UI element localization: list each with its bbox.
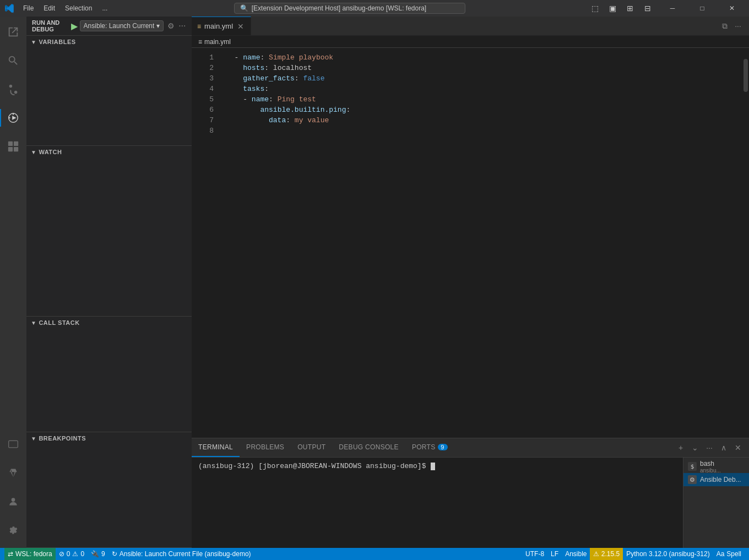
status-line-ending[interactable]: LF xyxy=(547,548,562,560)
ansible-session-label: Ansible Deb... xyxy=(700,476,741,483)
ansible-session-info: Ansible Deb... xyxy=(700,476,741,483)
search-icon: 🔍 xyxy=(240,4,248,12)
activity-settings[interactable] xyxy=(0,517,26,543)
run-more-btn[interactable]: ··· xyxy=(178,20,186,32)
activity-explorer[interactable] xyxy=(0,19,26,45)
code-content[interactable]: - name: Simple playbook hosts: localhost… xyxy=(219,48,742,438)
terminal-session-bash[interactable]: $ bash ansibu... xyxy=(683,460,749,473)
status-encoding[interactable]: UTF-8 xyxy=(522,548,547,560)
status-launch-label: Ansible: Launch Current File (ansibug-de… xyxy=(120,550,251,558)
editor-scrollbar[interactable] xyxy=(742,48,749,438)
watch-section-header[interactable]: ▼ WATCH xyxy=(26,146,192,158)
status-connections[interactable]: 🔌 9 xyxy=(88,548,108,560)
vscode-logo-icon xyxy=(4,3,14,13)
tab-ports[interactable]: PORTS 9 xyxy=(405,438,454,457)
status-warning-count: 0 xyxy=(80,550,84,558)
yaml-file-icon: ≡ xyxy=(197,23,201,30)
activity-account[interactable] xyxy=(0,488,26,515)
sidebar: RUN AND DEBUG ▶ Ansible: Launch Current … xyxy=(26,17,192,548)
editor-tab-actions: ⧉ ··· xyxy=(718,17,749,35)
bash-session-label: bash xyxy=(700,460,721,467)
ansible-session-icon: ⚙ xyxy=(688,475,697,484)
menu-file[interactable]: File xyxy=(19,3,38,14)
breakpoints-label: BREAKPOINTS xyxy=(39,435,86,442)
status-error-count: 0 xyxy=(67,550,70,558)
split-editor-btn[interactable]: ⧉ xyxy=(718,19,731,32)
titlebar-search-area: 🔍 [Extension Development Host] ansibug-d… xyxy=(116,3,583,14)
line-num-8: 8 xyxy=(192,126,214,136)
titlebar: File Edit Selection ... 🔍 [Extension Dev… xyxy=(0,0,749,17)
tab-debug-console[interactable]: DEBUG CONSOLE xyxy=(332,438,405,457)
window-close-btn[interactable]: ✕ xyxy=(719,0,745,17)
menu-edit[interactable]: Edit xyxy=(39,3,59,14)
menu-more[interactable]: ... xyxy=(97,3,112,14)
run-settings-btn[interactable]: ⚙ xyxy=(167,20,175,32)
window-restore-btn[interactable]: □ xyxy=(690,0,715,17)
layout-btn-2[interactable]: ▣ xyxy=(605,2,620,14)
breakpoints-section-header[interactable]: ▼ BREAKPOINTS xyxy=(26,432,192,444)
panel-maximize-btn[interactable]: ∧ xyxy=(717,441,730,454)
activity-source-control[interactable] xyxy=(0,76,26,102)
editor-more-btn[interactable]: ··· xyxy=(731,19,745,32)
editor-wrapper: ≡ main.yml 1 2 3 4 5 6 7 8 - xyxy=(192,36,749,438)
tab-main-yml[interactable]: ≡ main.yml ✕ xyxy=(192,17,251,35)
status-spell[interactable]: Aa Spell xyxy=(713,548,745,560)
watch-label: WATCH xyxy=(39,149,62,155)
status-spell-label: Spell xyxy=(726,550,741,558)
activity-search[interactable] xyxy=(0,47,26,74)
layout-btn-3[interactable]: ⊞ xyxy=(622,2,638,14)
tab-problems[interactable]: PROBLEMS xyxy=(240,438,291,457)
panel-actions: + ⌄ ··· ∧ ✕ xyxy=(674,438,749,457)
callstack-section-header[interactable]: ▼ CALL STACK xyxy=(26,317,192,329)
connections-icon: 🔌 xyxy=(91,550,99,558)
bash-session-sublabel: ansibu... xyxy=(700,467,721,474)
line-num-2: 2 xyxy=(192,63,214,73)
chevron-down-icon: ▾ xyxy=(156,22,160,30)
activity-testing[interactable] xyxy=(0,460,26,486)
layout-btn-4[interactable]: ⊟ xyxy=(640,2,655,14)
variables-content xyxy=(26,48,192,59)
activity-bar-bottom xyxy=(0,431,26,548)
breakpoints-content xyxy=(26,444,192,455)
titlebar-search-box[interactable]: 🔍 [Extension Development Host] ansibug-d… xyxy=(234,3,465,14)
activity-run-debug[interactable] xyxy=(0,105,26,131)
status-wsl[interactable]: ⇄ WSL: fedora xyxy=(4,548,56,560)
terminal-area[interactable]: (ansibug-312) [jborean@JBOREAN-WINDOWS a… xyxy=(192,458,683,548)
terminal-sessions-panel: $ bash ansibu... ⚙ Ansible Deb... xyxy=(683,458,749,548)
status-errors[interactable]: ⊘ 0 ⚠ 0 xyxy=(56,548,88,560)
editor-breadcrumb: ≡ main.yml xyxy=(192,36,749,48)
window-minimize-btn[interactable]: ─ xyxy=(660,0,685,17)
status-launch[interactable]: ↻ Ansible: Launch Current File (ansibug-… xyxy=(108,548,254,560)
line-num-3: 3 xyxy=(192,73,214,84)
panel-close-btn[interactable]: ✕ xyxy=(731,441,745,454)
main-area: RUN AND DEBUG ▶ Ansible: Launch Current … xyxy=(0,17,749,548)
variables-section-header[interactable]: ▼ VARIABLES xyxy=(26,36,192,48)
editor-and-panel: ≡ main.yml ✕ ⧉ ··· ≡ main.yml 1 xyxy=(192,17,749,548)
activity-extensions[interactable] xyxy=(0,133,26,160)
run-button[interactable]: ▶ xyxy=(71,21,78,31)
menu-selection[interactable]: Selection xyxy=(61,3,96,14)
panel-more-btn[interactable]: ··· xyxy=(703,441,716,454)
watch-section: ▼ WATCH xyxy=(26,146,192,317)
editor-tabs: ≡ main.yml ✕ ⧉ ··· xyxy=(192,17,749,36)
status-language[interactable]: Ansible xyxy=(562,548,590,560)
layout-btn-1[interactable]: ⬚ xyxy=(587,2,603,14)
callstack-label: CALL STACK xyxy=(39,319,79,326)
new-terminal-btn[interactable]: + xyxy=(674,441,687,454)
status-python[interactable]: Python 3.12.0 (ansibug-312) xyxy=(623,548,713,560)
activity-remote[interactable] xyxy=(0,431,26,458)
tab-terminal[interactable]: TERMINAL xyxy=(192,438,240,457)
right-panel: ≡ main.yml ✕ ⧉ ··· ≡ main.yml 1 xyxy=(192,17,749,548)
breadcrumb-file-icon: ≡ xyxy=(198,38,202,46)
terminal-session-ansible[interactable]: ⚙ Ansible Deb... xyxy=(683,473,749,486)
warning-icon: ⚠ xyxy=(72,550,78,558)
terminal-split-btn[interactable]: ⌄ xyxy=(688,441,702,454)
code-line-5: - name: Ping test xyxy=(226,94,736,105)
status-version[interactable]: ⚠ 2.15.5 xyxy=(590,548,623,560)
tab-output[interactable]: OUTPUT xyxy=(291,438,332,457)
code-area[interactable]: 1 2 3 4 5 6 7 8 - name: Simple playbook … xyxy=(192,48,749,438)
line-num-5: 5 xyxy=(192,94,214,105)
tab-close-btn[interactable]: ✕ xyxy=(236,22,245,31)
line-num-6: 6 xyxy=(192,105,214,115)
run-config-selector[interactable]: Ansible: Launch Current ▾ xyxy=(80,20,164,31)
